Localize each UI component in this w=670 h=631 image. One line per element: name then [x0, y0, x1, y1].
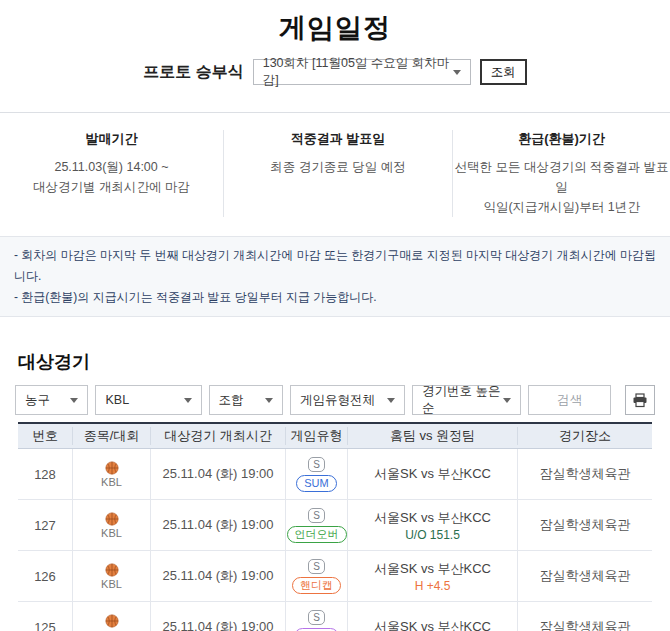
- match-no: 128: [18, 449, 72, 499]
- teams-label: 서울SK vs 부산KCC: [374, 509, 491, 527]
- teams-label: 서울SK vs 부산KCC: [374, 618, 491, 631]
- match-time: 25.11.04 (화) 19:00: [150, 449, 285, 499]
- game-type-badge: 핸디캡: [292, 577, 341, 594]
- s-mark: S: [308, 559, 325, 574]
- s-mark: S: [308, 610, 325, 625]
- venue-label: 잠실학생체육관: [517, 449, 652, 499]
- print-button[interactable]: [625, 385, 655, 415]
- notes-box: - 회차의 마감은 마지막 두 번째 대상경기 개최시간에 마감 또는 한경기구…: [0, 236, 670, 317]
- league-select-value: KBL: [105, 393, 129, 407]
- basketball-icon: [105, 512, 119, 526]
- table-header-row: 번호 종목/대회 대상경기 개최시간 게임유형 홈팀 vs 원정팀 경기장소: [18, 424, 652, 449]
- round-selector-label: 프로토 승부식: [143, 62, 243, 83]
- table-body: 128 KBL 25.11.04 (화) 19:00 S SUM 서울SK vs…: [18, 449, 652, 631]
- venue-label: 잠실학생체육관: [517, 500, 652, 550]
- header-teams: 홈팀 vs 원정팀: [347, 427, 517, 445]
- table-row: 128 KBL 25.11.04 (화) 19:00 S SUM 서울SK vs…: [18, 449, 652, 500]
- match-time: 25.11.04 (화) 19:00: [150, 500, 285, 550]
- basketball-icon: [105, 461, 119, 475]
- sale-info-section: 발매기간 25.11.03(월) 14:00 ~ 대상경기별 개최시간에 마감 …: [0, 112, 670, 236]
- chevron-down-icon: [70, 398, 78, 403]
- games-table: 번호 종목/대회 대상경기 개최시간 게임유형 홈팀 vs 원정팀 경기장소 1…: [18, 422, 652, 631]
- sort-order-select-value: 경기번호 높은순: [422, 383, 503, 417]
- info-col-refund-period: 환급(환불)기간 선택한 모든 대상경기의 적중결과 발표일 익일(지급개시일)…: [452, 130, 670, 217]
- basketball-icon: [105, 563, 119, 577]
- game-type-badge: 언더오버: [287, 526, 347, 543]
- note-line: - 회차의 마감은 마지막 두 번째 대상경기 개최시간에 마감 또는 한경기구…: [14, 245, 656, 287]
- round-select[interactable]: 130회차 [11월05일 수요일 회차마감]: [253, 59, 471, 85]
- header-venue: 경기장소: [517, 427, 652, 445]
- sport-select[interactable]: 농구: [15, 385, 88, 415]
- combo-select-value: 조합: [219, 392, 244, 409]
- chevron-down-icon: [265, 398, 273, 403]
- league-select[interactable]: KBL: [95, 385, 201, 415]
- table-row: 125 KBL 25.11.04 (화) 19:00 S 승5패 서울SK vs…: [18, 602, 652, 631]
- info-line: 최종 경기종료 당일 예정: [224, 157, 452, 177]
- league-label: KBL: [101, 527, 122, 539]
- s-mark: S: [308, 508, 325, 523]
- info-col-result-date: 적중결과 발표일 최종 경기종료 당일 예정: [223, 130, 452, 217]
- sport-select-value: 농구: [25, 392, 50, 409]
- match-time: 25.11.04 (화) 19:00: [150, 551, 285, 601]
- game-type-badge: SUM: [296, 475, 336, 492]
- note-line: - 환급(환불)의 지급시기는 적중결과 발표 당일부터 지급 가능합니다.: [14, 287, 656, 308]
- chevron-down-icon: [184, 398, 192, 403]
- game-type-select-value: 게임유형전체: [300, 392, 375, 409]
- handicap-value: U/O 151.5: [405, 528, 460, 542]
- round-selector-row: 프로토 승부식 130회차 [11월05일 수요일 회차마감] 조회: [0, 59, 670, 85]
- search-button[interactable]: 검색: [528, 385, 611, 415]
- info-title: 발매기간: [0, 130, 223, 148]
- target-games-section-title: 대상경기: [18, 350, 652, 374]
- match-no: 126: [18, 551, 72, 601]
- teams-label: 서울SK vs 부산KCC: [374, 465, 491, 483]
- game-type-badge: 승5패: [294, 628, 338, 631]
- inquiry-button[interactable]: 조회: [480, 59, 527, 85]
- venue-label: 잠실학생체육관: [517, 551, 652, 601]
- info-line: 대상경기별 개최시간에 마감: [0, 177, 223, 197]
- s-mark: S: [308, 457, 325, 472]
- info-line: 선택한 모든 대상경기의 적중결과 발표일: [453, 157, 670, 197]
- info-line: 익일(지급개시일)부터 1년간: [453, 197, 670, 217]
- page-title: 게임일정: [0, 0, 670, 46]
- info-line: 25.11.03(월) 14:00 ~: [0, 157, 223, 177]
- venue-label: 잠실학생체육관: [517, 602, 652, 631]
- game-type-select[interactable]: 게임유형전체: [290, 385, 405, 415]
- chevron-down-icon: [453, 70, 461, 75]
- round-select-value: 130회차 [11월05일 수요일 회차마감]: [263, 55, 453, 89]
- header-league: 종목/대회: [72, 427, 150, 445]
- info-title: 적중결과 발표일: [224, 130, 452, 148]
- match-time: 25.11.04 (화) 19:00: [150, 602, 285, 631]
- teams-label: 서울SK vs 부산KCC: [374, 560, 491, 578]
- match-no: 125: [18, 602, 72, 631]
- table-row: 127 KBL 25.11.04 (화) 19:00 S 언더오버 서울SK v…: [18, 500, 652, 551]
- printer-icon: [632, 393, 648, 408]
- filter-row: 농구 KBL 조합 게임유형전체 경기번호 높은순 검색: [15, 385, 655, 415]
- chevron-down-icon: [387, 398, 395, 403]
- header-time: 대상경기 개최시간: [150, 427, 285, 445]
- basketball-icon: [105, 614, 119, 628]
- league-label: KBL: [101, 578, 122, 590]
- match-no: 127: [18, 500, 72, 550]
- league-label: KBL: [101, 476, 122, 488]
- combo-select[interactable]: 조합: [209, 385, 283, 415]
- info-title: 환급(환불)기간: [453, 130, 670, 148]
- sort-order-select[interactable]: 경기번호 높은순: [412, 385, 521, 415]
- header-game-type: 게임유형: [285, 427, 347, 445]
- table-row: 126 KBL 25.11.04 (화) 19:00 S 핸디캡 서울SK vs…: [18, 551, 652, 602]
- handicap-value: H +4.5: [415, 579, 451, 593]
- header-no: 번호: [18, 427, 72, 445]
- info-col-sale-period: 발매기간 25.11.03(월) 14:00 ~ 대상경기별 개최시간에 마감: [0, 130, 223, 217]
- chevron-down-icon: [503, 398, 511, 403]
